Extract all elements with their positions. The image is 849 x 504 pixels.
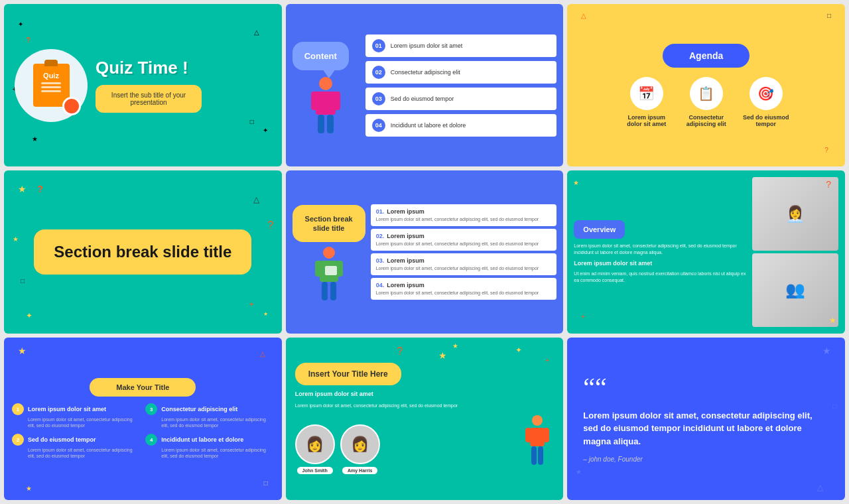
agenda-icon-label-2: Consectetur adipiscing elit [683, 114, 730, 127]
svg-point-13 [532, 415, 543, 426]
content-list: 01 Lorem ipsum dolor sit amet 02 Consect… [365, 34, 557, 137]
num-item-4: 04. Lorem ipsum Lorem ipsum dolor sit am… [371, 278, 557, 300]
content-item-3: 03 Sed do eiusmod tempor [365, 88, 557, 110]
agenda-bubble: Agenda [663, 44, 750, 68]
grid-item-1: 1 Lorem ipsum dolor sit amet Lorem ipsum… [12, 403, 140, 428]
grid-desc-2: Lorem ipsum dolor sit amet, consectetur … [28, 447, 140, 459]
overview-left: Overview Lorem ipsum dolor sit amet, con… [574, 177, 747, 326]
avatar-item-1: 👩 John Smith [295, 424, 335, 474]
grid-title-2: Sed do eiusmod tempor [28, 436, 96, 443]
svg-rect-14 [530, 428, 545, 446]
num-badge-1: 01. [376, 208, 385, 215]
quote-mark: ““ [583, 375, 607, 401]
content-item-2: 02 Consectetur adipiscing elit [365, 61, 557, 84]
grid-num-4: 4 [145, 434, 157, 446]
agenda-icon-1: 📅 Lorem ipsum dolor sit amet [623, 77, 670, 127]
agenda-icon-2: 📋 Consectetur adipiscing elit [683, 77, 730, 127]
content-item-1: 01 Lorem ipsum dolor sit amet [365, 34, 557, 57]
agenda-icon-circle-1: 📅 [630, 77, 663, 110]
slide-content: Content 01 Lorem ipsum dolor sit amet 02… [286, 4, 564, 166]
agenda-icon-circle-2: 📋 [690, 77, 723, 110]
svg-rect-11 [330, 282, 336, 300]
svg-rect-10 [322, 282, 328, 300]
quiz-title: Quiz Time ! [96, 58, 271, 78]
person-figure-1 [306, 76, 346, 142]
grid-item-4: 4 Incididunt ut labore et dolore Lorem i… [145, 434, 273, 459]
grid-item-2: 2 Sed do eiusmod tempor Lorem ipsum dolo… [12, 434, 140, 459]
avatar-name-1: John Smith [297, 467, 333, 474]
grid-desc-4: Lorem ipsum dolor sit amet, consectetur … [161, 447, 273, 459]
make-title-box: Make Your Title [90, 378, 196, 397]
grid-num-3: 3 [145, 403, 157, 415]
insert-desc: Lorem ipsum dolor sit amet, consectetur … [295, 403, 458, 409]
grid-num-2: 2 [12, 434, 24, 446]
svg-rect-3 [332, 92, 340, 110]
overview-body: Ut enim ad minim veniam, quis nostrud ex… [574, 271, 747, 284]
agenda-icon-label-3: Sed do eiusmod tempor [743, 114, 789, 127]
slide-quiz-time: ✦ ? △ ★ ✦ + □ Quiz Quiz Time ! Insert th… [4, 4, 282, 166]
photo-top: 👩‍💼 [752, 177, 838, 251]
num-item-3: 03. Lorem ipsum Lorem ipsum dolor sit am… [371, 253, 557, 275]
num-badge-4: 04. [376, 282, 385, 288]
quiz-graphic: Quiz [15, 49, 88, 122]
grid-title-4: Incididunt ut labore et dolore [161, 436, 243, 443]
content-item-4: 04 Incididunt ut labore et dolore [365, 114, 557, 137]
num-title-4: Lorem ipsum [387, 282, 424, 288]
svg-rect-5 [327, 115, 334, 133]
grid-num-1: 1 [12, 403, 24, 415]
svg-rect-12 [325, 266, 337, 275]
item-text-4: Incididunt ut labore et dolore [391, 122, 466, 129]
presenter-figure [521, 414, 554, 474]
svg-point-0 [319, 77, 332, 90]
item-num-2: 02 [372, 66, 385, 79]
quiz-subtitle: Insert the sub title of your presentatio… [96, 85, 202, 113]
slide-insert-title: ? ★ ✦ + ★ Insert Your Title Here Lorem i… [286, 338, 564, 500]
grid-item-3: 3 Consectetur adipiscing elit Lorem ipsu… [145, 403, 273, 428]
overview-subtitle: Lorem ipsum dolor sit amet [574, 260, 747, 267]
svg-rect-9 [336, 261, 343, 277]
slide-quote: ★ △ □ ★ ““ Lorem ipsum dolor sit amet, c… [567, 338, 845, 500]
content-bubble: Content [293, 42, 349, 70]
item-num-4: 04 [372, 119, 385, 132]
num-desc-4: Lorem ipsum dolor sit amet, consectetur … [376, 290, 552, 296]
slide-make-title: ★ △ ★ □ Make Your Title 1 Lorem ipsum do… [4, 338, 282, 500]
num-item-2: 02. Lorem ipsum Lorem ipsum dolor sit am… [371, 229, 557, 251]
svg-rect-15 [525, 428, 531, 442]
item-num-3: 03 [372, 92, 385, 105]
num-title-3: Lorem ipsum [387, 257, 424, 264]
quiz-label: Quiz [43, 72, 59, 80]
items-grid: 1 Lorem ipsum dolor sit amet Lorem ipsum… [12, 403, 274, 459]
avatar-circle-1: 👩 [295, 424, 335, 464]
agenda-icon-label-1: Lorem ipsum dolor sit amet [623, 114, 670, 127]
photo-bottom: 👥 [752, 253, 838, 327]
num-title-2: Lorem ipsum [387, 233, 424, 239]
svg-rect-8 [315, 261, 322, 277]
svg-rect-2 [311, 92, 319, 110]
overview-right: 👩‍💼 👥 [752, 177, 838, 326]
num-desc-3: Lorem ipsum dolor sit amet, consectetur … [376, 265, 552, 271]
slide-overview: ? ★ ★ + Overview Lorem ipsum dolor sit a… [567, 170, 845, 333]
avatar-circle-2: 👩 [340, 424, 380, 464]
num-badge-2: 02. [376, 233, 385, 239]
grid-desc-3: Lorem ipsum dolor sit amet, consectetur … [161, 416, 273, 428]
overview-intro: Lorem ipsum dolor sit amet, consectetur … [574, 243, 747, 256]
quiz-text-area: Quiz Time ! Insert the sub title of your… [96, 58, 271, 113]
section-break-box: Section break slide title [34, 229, 251, 275]
numbered-list: 01. Lorem ipsum Lorem ipsum dolor sit am… [371, 204, 557, 300]
slide-section-list: Section break slide title 01. Lorem ipsu… [286, 170, 564, 333]
svg-rect-16 [543, 428, 549, 442]
svg-point-6 [323, 247, 335, 259]
slide-section-break: ★ ? △ ✦ + ★ ? □ ★ Section break slide ti… [4, 170, 282, 333]
num-badge-3: 03. [376, 257, 385, 264]
agenda-icons: 📅 Lorem ipsum dolor sit amet 📋 Consectet… [623, 77, 789, 127]
agenda-icon-circle-3: 🎯 [750, 77, 783, 110]
section-bubble: Section break slide title [293, 205, 365, 243]
svg-rect-17 [531, 446, 537, 465]
avatar-name-2: Amy Harris [342, 467, 377, 474]
item-text-1: Lorem ipsum dolor sit amet [391, 42, 463, 49]
slide-agenda: △ □ ★ ? Agenda 📅 Lorem ipsum dolor sit a… [567, 4, 845, 166]
quote-text: Lorem ipsum dolor sit amet, consectetur … [583, 409, 829, 448]
item-text-3: Sed do eiusmod tempor [391, 95, 454, 102]
person-figure-2 [309, 246, 349, 312]
avatar-item-2: 👩 Amy Harris [340, 424, 380, 474]
